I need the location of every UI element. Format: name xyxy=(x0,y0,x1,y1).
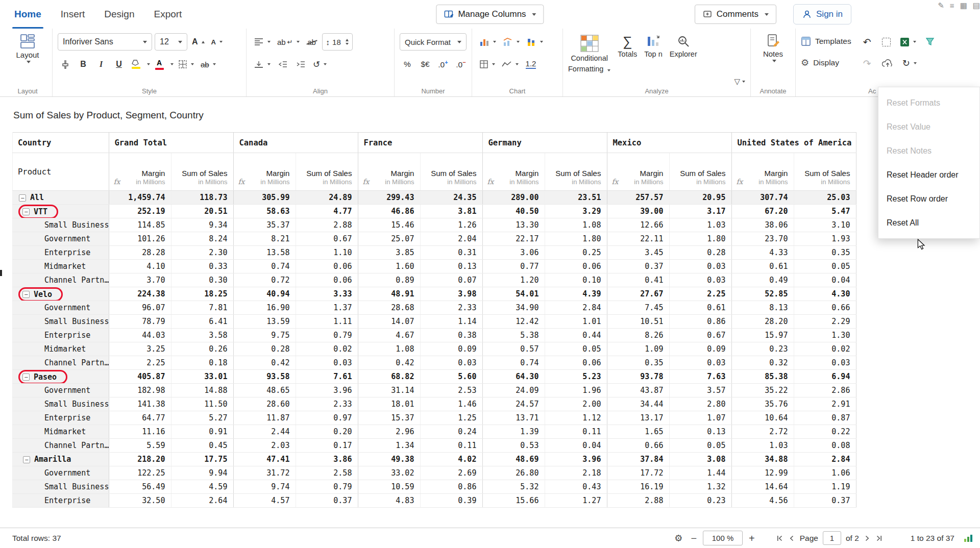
data-cell[interactable]: 14.88 xyxy=(172,384,234,397)
grand-total-margin-header[interactable]: fxMarginin Millions xyxy=(109,153,172,191)
collapse-icon[interactable]: − xyxy=(22,208,30,215)
data-cell[interactable]: 32.50 xyxy=(109,494,172,508)
data-cell[interactable]: 6.94 xyxy=(794,370,856,384)
data-cell[interactable]: 34.88 xyxy=(732,453,794,466)
data-cell[interactable]: 2.33 xyxy=(421,301,483,315)
data-cell[interactable]: 141.38 xyxy=(109,397,172,411)
data-cell[interactable]: 37.84 xyxy=(607,453,670,466)
data-cell[interactable]: 15.37 xyxy=(358,411,421,425)
strikethrough-button[interactable]: ab xyxy=(199,56,218,73)
data-cell[interactable]: 0.09 xyxy=(421,342,483,356)
data-cell[interactable]: 52.85 xyxy=(732,287,794,301)
data-cell[interactable]: 7.45 xyxy=(607,301,670,315)
data-cell[interactable]: 1.65 xyxy=(607,425,670,439)
tab-export[interactable]: Export xyxy=(152,0,184,29)
row-label-government[interactable]: Government xyxy=(13,301,109,315)
data-cell[interactable]: 93.78 xyxy=(607,370,670,384)
data-cell[interactable]: 67.20 xyxy=(732,205,794,218)
data-cell[interactable]: 13.30 xyxy=(483,218,545,232)
data-cell[interactable]: 18.01 xyxy=(358,397,421,411)
data-cell[interactable]: 15.66 xyxy=(483,494,545,508)
column-group-france[interactable]: France xyxy=(358,133,483,153)
data-cell[interactable]: 3.70 xyxy=(109,273,172,287)
data-cell[interactable]: 114.85 xyxy=(109,218,172,232)
explorer-button[interactable]: Explorer xyxy=(670,35,697,59)
data-cell[interactable]: 13.58 xyxy=(234,246,296,260)
collapse-icon[interactable]: − xyxy=(19,194,26,202)
data-cell[interactable]: 0.39 xyxy=(421,494,483,508)
data-cell[interactable]: 2.00 xyxy=(545,397,607,411)
data-cell[interactable]: 2.18 xyxy=(545,466,607,480)
data-cell[interactable]: 12.66 xyxy=(607,218,670,232)
collapse-icon[interactable]: − xyxy=(22,373,30,381)
data-cell[interactable]: 40.50 xyxy=(483,205,545,218)
data-cell[interactable]: 0.06 xyxy=(296,273,358,287)
quick-format-select[interactable]: Quick Format xyxy=(400,33,467,51)
data-cell[interactable]: 43.87 xyxy=(607,384,670,397)
context-menu-item-reset-row-order[interactable]: Reset Row order xyxy=(878,187,979,211)
data-cell[interactable]: 0.03 xyxy=(670,260,732,273)
mexico-margin-header[interactable]: fxMarginin Millions xyxy=(607,153,670,191)
data-cell[interactable]: 64.30 xyxy=(483,370,545,384)
data-cell[interactable]: 28.28 xyxy=(109,246,172,260)
data-cell[interactable]: 4.77 xyxy=(296,205,358,218)
data-cell[interactable]: 1.32 xyxy=(670,480,732,494)
collapse-icon[interactable]: − xyxy=(23,456,30,463)
data-cell[interactable]: 0.66 xyxy=(607,439,670,453)
filter-funnel-icon[interactable] xyxy=(925,37,935,46)
data-cell[interactable]: 9.74 xyxy=(234,480,296,494)
france-sum-of-sales-header[interactable]: Sum of Salesin Millions xyxy=(421,153,483,191)
data-cell[interactable]: 0.37 xyxy=(607,260,670,273)
data-cell[interactable]: 2.33 xyxy=(296,397,358,411)
row-label-channel-partn[interactable]: Channel Partn… xyxy=(13,356,109,370)
data-cell[interactable]: 1.06 xyxy=(794,466,856,480)
data-cell[interactable]: 13.59 xyxy=(234,315,296,329)
last-page-icon[interactable] xyxy=(875,535,883,542)
data-cell[interactable]: 11.16 xyxy=(109,425,172,439)
data-cell[interactable]: 1.07 xyxy=(670,411,732,425)
data-cell[interactable]: 10.59 xyxy=(358,480,421,494)
row-label-all[interactable]: −All xyxy=(13,191,109,205)
data-cell[interactable]: 17.75 xyxy=(172,453,234,466)
data-cell[interactable]: 5.27 xyxy=(172,411,234,425)
data-cell[interactable]: 0.45 xyxy=(172,439,234,453)
layout-button[interactable]: Layout xyxy=(16,34,39,63)
data-cell[interactable]: 0.06 xyxy=(296,260,358,273)
data-cell[interactable]: 1.10 xyxy=(296,246,358,260)
data-cell[interactable]: 3.29 xyxy=(545,205,607,218)
data-cell[interactable]: 0.61 xyxy=(732,260,794,273)
data-cell[interactable]: 10.64 xyxy=(732,411,794,425)
data-cell[interactable]: 1.30 xyxy=(794,329,856,342)
data-cell[interactable]: 3.96 xyxy=(545,453,607,466)
data-cell[interactable]: 5.59 xyxy=(109,439,172,453)
decrease-indent-button[interactable] xyxy=(275,56,290,73)
data-cell[interactable]: 0.32 xyxy=(732,356,794,370)
page-number-input[interactable]: 1 xyxy=(823,531,841,545)
top-n-button[interactable]: Top n xyxy=(644,35,662,59)
row-label-government[interactable]: Government xyxy=(13,232,109,246)
undo-button[interactable]: ↶ xyxy=(860,33,875,51)
france-margin-header[interactable]: fxMarginin Millions xyxy=(358,153,421,191)
row-label-paseo[interactable]: −Paseo xyxy=(13,370,109,384)
data-cell[interactable]: 0.17 xyxy=(296,439,358,453)
data-cell[interactable]: 2.58 xyxy=(296,466,358,480)
stacked-chart-button[interactable] xyxy=(524,33,545,51)
data-cell[interactable]: 18.25 xyxy=(172,287,234,301)
data-cell[interactable]: 405.87 xyxy=(109,370,172,384)
refresh-button[interactable]: ↻ xyxy=(900,55,919,72)
data-cell[interactable]: 33.02 xyxy=(358,466,421,480)
data-cell[interactable]: 5.60 xyxy=(421,370,483,384)
stepper-arrows[interactable] xyxy=(344,39,349,45)
manage-columns-button[interactable]: Manage Columns xyxy=(436,5,544,24)
data-cell[interactable]: 9.75 xyxy=(234,329,296,342)
borders-button[interactable] xyxy=(176,56,196,73)
data-cell[interactable]: 4.67 xyxy=(358,329,421,342)
row-label-small-business[interactable]: Small Business xyxy=(13,315,109,329)
percent-format-button[interactable]: % xyxy=(400,56,415,73)
tab-home[interactable]: Home xyxy=(12,0,43,29)
united-states-of-america-margin-header[interactable]: fxMarginin Millions xyxy=(732,153,794,191)
data-cell[interactable]: 0.09 xyxy=(670,342,732,356)
row-label-velo[interactable]: −Velo xyxy=(13,287,109,301)
increase-indent-button[interactable] xyxy=(293,56,308,73)
data-cell[interactable]: 2.64 xyxy=(172,494,234,508)
